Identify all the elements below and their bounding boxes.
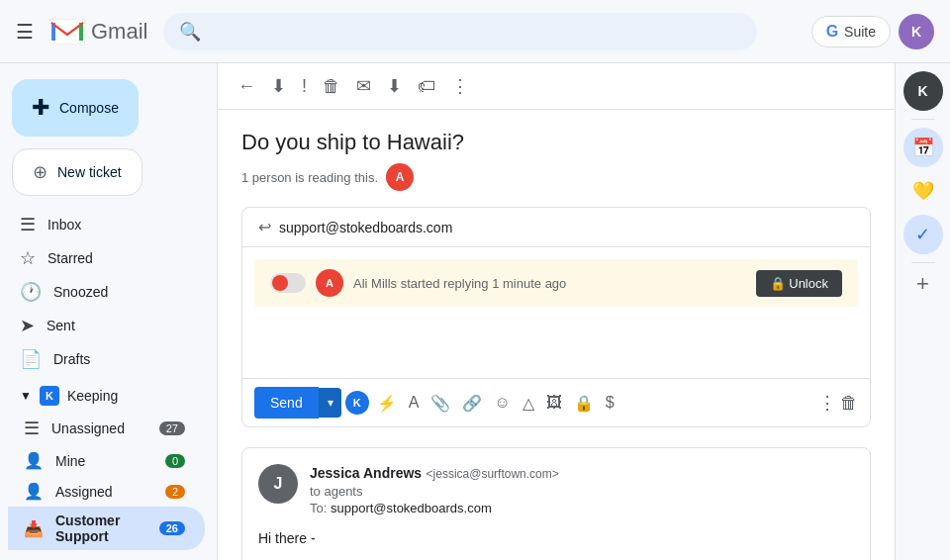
top-bar: ☰ Gmail 🔍 G Suite K: [0, 0, 950, 63]
sender-name-area: Jessica Andrews <jessica@surftown.com>: [310, 464, 854, 482]
right-panel-calendar-icon[interactable]: 📅: [903, 128, 943, 167]
mine-label: Mine: [55, 453, 153, 469]
sidebar-item-inbox[interactable]: ☰ Inbox: [0, 208, 205, 241]
right-panel-tasks-icon[interactable]: ✓: [903, 215, 943, 254]
reader-avatar: A: [386, 163, 414, 191]
mine-icon: 👤: [24, 451, 44, 470]
user-avatar[interactable]: K: [899, 14, 934, 49]
inbox-icon: ☰: [20, 214, 36, 235]
report-button[interactable]: !: [298, 72, 311, 101]
keeping-badge-icon[interactable]: K: [345, 391, 369, 415]
typing-text: Ali Mills started replying 1 minute ago: [353, 276, 566, 291]
mark-unread-button[interactable]: ✉: [352, 71, 375, 101]
editor-trash-icon[interactable]: 🗑: [840, 393, 858, 414]
editor-more-icon[interactable]: ⋮: [818, 392, 836, 414]
unassigned-icon: ☰: [24, 418, 40, 439]
send-dropdown-button[interactable]: ▾: [319, 388, 341, 418]
main-layout: ✚ Compose ⊕ New ticket ☰ Inbox ☆ Starred…: [0, 63, 950, 560]
bolt-icon[interactable]: ⚡: [373, 390, 401, 417]
starred-label: Starred: [48, 250, 185, 266]
gmail-logo: Gmail: [49, 19, 147, 45]
assigned-icon: 👤: [24, 482, 44, 501]
more-button[interactable]: ⋮: [447, 71, 473, 101]
compose-area[interactable]: [242, 319, 870, 378]
snooze-button[interactable]: ⬇: [383, 71, 406, 101]
g-icon: G: [826, 23, 838, 41]
email-from: J Jessica Andrews <jessica@surftown.com>…: [258, 464, 854, 515]
right-panel: K 📅 💛 ✓ +: [895, 63, 950, 560]
new-ticket-plus-icon: ⊕: [33, 161, 48, 183]
typing-avatar: A: [316, 269, 343, 297]
keeping-label: Keeping: [67, 388, 118, 404]
right-panel-divider-1: [911, 119, 935, 120]
sent-icon: ➤: [20, 315, 35, 336]
compose-button[interactable]: ✚ Compose: [12, 79, 139, 137]
back-button[interactable]: ←: [234, 72, 259, 101]
email-content: ← ⬇ ! 🗑 ✉ ⬇ 🏷 ⋮ Do you ship to Hawaii? 1…: [218, 63, 895, 560]
reply-box: ↩ support@stokedboards.com A Ali Mills s…: [241, 207, 871, 427]
starred-icon: ☆: [20, 247, 36, 269]
customer-support-badge: 26: [159, 521, 185, 535]
customer-support-icon: 📥: [24, 519, 44, 538]
to-agents-label: to agents: [310, 484, 854, 499]
reply-header: ↩ support@stokedboards.com: [242, 208, 870, 247]
right-panel-add-button[interactable]: +: [916, 271, 929, 297]
sidebar-item-mine[interactable]: 👤 Mine 0: [8, 445, 205, 476]
gsuite-button[interactable]: G Suite: [811, 16, 891, 47]
compose-plus-icon: ✚: [32, 95, 49, 121]
lock-icon[interactable]: 🔒: [570, 390, 598, 417]
sender-avatar: J: [258, 464, 298, 504]
sidebar-item-unassigned[interactable]: ☰ Unassigned 27: [8, 412, 205, 445]
to-prefix: To:: [310, 501, 331, 515]
delete-button[interactable]: 🗑: [319, 72, 344, 101]
reading-notice: 1 person is reading this. A: [241, 163, 871, 191]
attach-icon[interactable]: 📎: [427, 390, 454, 417]
right-panel-divider-2: [911, 262, 935, 263]
sender-email: <jessica@surftown.com>: [427, 467, 559, 481]
sidebar: ✚ Compose ⊕ New ticket ☰ Inbox ☆ Starred…: [0, 63, 218, 560]
sidebar-item-drafts[interactable]: 📄 Drafts: [0, 342, 205, 376]
search-input[interactable]: [209, 23, 741, 41]
new-ticket-label: New ticket: [57, 164, 122, 180]
snoozed-icon: 🕐: [20, 281, 42, 303]
customer-support-label: Customer Support: [55, 513, 147, 544]
reply-icon: ↩: [258, 218, 271, 236]
send-button[interactable]: Send: [254, 387, 319, 419]
link-icon[interactable]: 🔗: [458, 390, 486, 417]
send-button-group: Send ▾: [254, 387, 341, 419]
sidebar-item-assigned[interactable]: 👤 Assigned 2: [8, 476, 205, 507]
sidebar-item-customer-support[interactable]: 📥 Customer Support 26: [8, 507, 205, 550]
mine-badge: 0: [165, 454, 185, 468]
email-thread: Do you ship to Hawaii? 1 person is readi…: [218, 110, 895, 560]
emoji-icon[interactable]: ☺: [490, 390, 514, 416]
right-panel-keep-icon[interactable]: 💛: [903, 171, 943, 211]
photo-icon[interactable]: 🖼: [542, 390, 566, 416]
typing-toggle[interactable]: [270, 273, 306, 293]
gmail-m-icon: [49, 19, 85, 45]
to-address: support@stokedboards.com: [331, 501, 492, 515]
email-message: J Jessica Andrews <jessica@surftown.com>…: [241, 447, 871, 560]
sidebar-item-snoozed[interactable]: 🕐 Snoozed: [0, 275, 205, 309]
font-icon[interactable]: A: [405, 390, 424, 416]
sidebar-item-starred[interactable]: ☆ Starred: [0, 241, 205, 275]
search-bar[interactable]: 🔍: [163, 13, 757, 50]
new-ticket-button[interactable]: ⊕ New ticket: [12, 148, 142, 196]
hamburger-icon[interactable]: ☰: [16, 20, 34, 44]
assigned-badge: 2: [165, 485, 185, 499]
sidebar-item-sent[interactable]: ➤ Sent: [0, 309, 205, 342]
toggle-dot: [272, 275, 288, 291]
sender-info: Jessica Andrews <jessica@surftown.com> t…: [310, 464, 854, 515]
unassigned-badge: 27: [159, 421, 185, 435]
drive-icon[interactable]: △: [519, 390, 538, 417]
archive-button[interactable]: ⬇: [267, 71, 290, 101]
label-button[interactable]: 🏷: [414, 72, 439, 101]
right-panel-contacts-icon[interactable]: K: [903, 71, 943, 111]
keeping-section: ▼ K Keeping ☰ Unassigned 27 👤 Mine 0 👤 A…: [0, 380, 217, 550]
unlock-button[interactable]: 🔒 Unlock: [756, 270, 842, 297]
snoozed-label: Snoozed: [53, 284, 185, 300]
gmail-text: Gmail: [91, 19, 147, 45]
keeping-header[interactable]: ▼ K Keeping: [0, 380, 217, 412]
sent-label: Sent: [47, 318, 185, 333]
dollar-icon[interactable]: $: [602, 390, 618, 416]
toggle-background: [270, 273, 306, 293]
